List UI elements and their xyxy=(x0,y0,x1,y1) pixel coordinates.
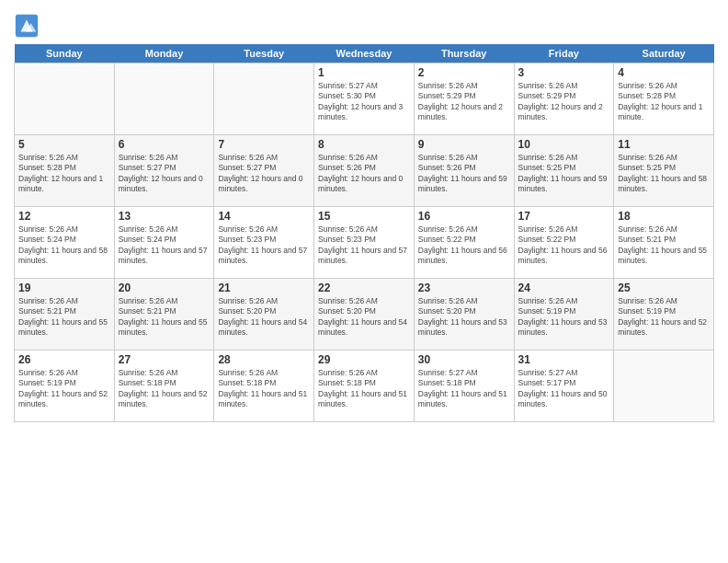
day-number: 19 xyxy=(18,282,110,294)
day-header-monday: Monday xyxy=(114,44,214,63)
day-info: Sunrise: 5:26 AM Sunset: 5:29 PM Dayligh… xyxy=(418,81,510,123)
day-info: Sunrise: 5:26 AM Sunset: 5:22 PM Dayligh… xyxy=(418,224,510,267)
calendar-cell: 20Sunrise: 5:26 AM Sunset: 5:21 PM Dayli… xyxy=(114,279,214,350)
calendar-week-1: 1Sunrise: 5:27 AM Sunset: 5:30 PM Daylig… xyxy=(15,63,714,135)
calendar-cell: 28Sunrise: 5:26 AM Sunset: 5:18 PM Dayli… xyxy=(214,350,314,422)
day-info: Sunrise: 5:26 AM Sunset: 5:25 PM Dayligh… xyxy=(518,153,610,195)
logo xyxy=(14,13,41,39)
day-number: 23 xyxy=(418,282,510,294)
calendar-cell: 25Sunrise: 5:26 AM Sunset: 5:19 PM Dayli… xyxy=(614,279,714,350)
day-number: 25 xyxy=(618,282,710,294)
day-number: 29 xyxy=(318,353,410,366)
day-info: Sunrise: 5:26 AM Sunset: 5:28 PM Dayligh… xyxy=(18,153,110,195)
day-info: Sunrise: 5:26 AM Sunset: 5:25 PM Dayligh… xyxy=(618,153,710,195)
calendar-week-2: 5Sunrise: 5:26 AM Sunset: 5:28 PM Daylig… xyxy=(15,135,714,207)
calendar-cell: 23Sunrise: 5:26 AM Sunset: 5:20 PM Dayli… xyxy=(414,279,514,350)
day-info: Sunrise: 5:26 AM Sunset: 5:27 PM Dayligh… xyxy=(119,153,210,195)
day-number: 12 xyxy=(18,210,110,223)
day-info: Sunrise: 5:26 AM Sunset: 5:23 PM Dayligh… xyxy=(218,224,310,267)
day-number: 20 xyxy=(119,282,210,294)
calendar-cell: 10Sunrise: 5:26 AM Sunset: 5:25 PM Dayli… xyxy=(514,135,614,207)
day-number: 10 xyxy=(518,138,610,151)
calendar-cell: 17Sunrise: 5:26 AM Sunset: 5:22 PM Dayli… xyxy=(514,207,614,279)
day-number: 26 xyxy=(18,353,110,366)
day-number: 3 xyxy=(518,66,610,79)
day-info: Sunrise: 5:26 AM Sunset: 5:20 PM Dayligh… xyxy=(418,296,510,339)
logo-icon xyxy=(14,13,40,39)
day-info: Sunrise: 5:26 AM Sunset: 5:19 PM Dayligh… xyxy=(18,368,110,410)
calendar-cell xyxy=(114,63,214,135)
calendar-cell: 29Sunrise: 5:26 AM Sunset: 5:18 PM Dayli… xyxy=(314,350,415,422)
calendar-cell xyxy=(614,350,714,422)
day-number: 9 xyxy=(418,138,510,151)
calendar-cell: 21Sunrise: 5:26 AM Sunset: 5:20 PM Dayli… xyxy=(214,279,314,350)
calendar-cell: 9Sunrise: 5:26 AM Sunset: 5:26 PM Daylig… xyxy=(414,135,514,207)
day-number: 11 xyxy=(618,138,710,151)
calendar-cell: 19Sunrise: 5:26 AM Sunset: 5:21 PM Dayli… xyxy=(15,279,115,350)
calendar-cell: 30Sunrise: 5:27 AM Sunset: 5:18 PM Dayli… xyxy=(414,350,514,422)
day-header-friday: Friday xyxy=(514,44,614,63)
calendar-cell: 4Sunrise: 5:26 AM Sunset: 5:28 PM Daylig… xyxy=(614,63,714,135)
calendar-cell: 14Sunrise: 5:26 AM Sunset: 5:23 PM Dayli… xyxy=(214,207,314,279)
calendar-cell: 3Sunrise: 5:26 AM Sunset: 5:29 PM Daylig… xyxy=(514,63,614,135)
day-number: 4 xyxy=(618,66,710,79)
day-info: Sunrise: 5:26 AM Sunset: 5:21 PM Dayligh… xyxy=(18,296,110,339)
calendar-cell: 2Sunrise: 5:26 AM Sunset: 5:29 PM Daylig… xyxy=(414,63,514,135)
day-info: Sunrise: 5:26 AM Sunset: 5:20 PM Dayligh… xyxy=(318,296,410,339)
day-info: Sunrise: 5:26 AM Sunset: 5:19 PM Dayligh… xyxy=(518,296,610,339)
day-info: Sunrise: 5:26 AM Sunset: 5:22 PM Dayligh… xyxy=(518,224,610,267)
day-info: Sunrise: 5:26 AM Sunset: 5:26 PM Dayligh… xyxy=(418,153,510,195)
day-number: 5 xyxy=(18,138,110,151)
day-number: 27 xyxy=(119,353,210,366)
day-info: Sunrise: 5:26 AM Sunset: 5:24 PM Dayligh… xyxy=(119,224,210,267)
calendar-cell: 27Sunrise: 5:26 AM Sunset: 5:18 PM Dayli… xyxy=(114,350,214,422)
calendar-cell: 15Sunrise: 5:26 AM Sunset: 5:23 PM Dayli… xyxy=(314,207,415,279)
day-info: Sunrise: 5:27 AM Sunset: 5:30 PM Dayligh… xyxy=(318,81,410,123)
calendar-week-5: 26Sunrise: 5:26 AM Sunset: 5:19 PM Dayli… xyxy=(15,350,714,422)
header-row: SundayMondayTuesdayWednesdayThursdayFrid… xyxy=(15,44,714,63)
day-info: Sunrise: 5:26 AM Sunset: 5:21 PM Dayligh… xyxy=(119,296,210,339)
day-number: 28 xyxy=(218,353,310,366)
day-info: Sunrise: 5:27 AM Sunset: 5:18 PM Dayligh… xyxy=(418,368,510,410)
calendar-cell: 6Sunrise: 5:26 AM Sunset: 5:27 PM Daylig… xyxy=(114,135,214,207)
day-info: Sunrise: 5:27 AM Sunset: 5:17 PM Dayligh… xyxy=(518,368,610,410)
day-info: Sunrise: 5:26 AM Sunset: 5:20 PM Dayligh… xyxy=(218,296,310,339)
day-info: Sunrise: 5:26 AM Sunset: 5:18 PM Dayligh… xyxy=(218,368,310,410)
calendar-cell: 16Sunrise: 5:26 AM Sunset: 5:22 PM Dayli… xyxy=(414,207,514,279)
day-info: Sunrise: 5:26 AM Sunset: 5:28 PM Dayligh… xyxy=(618,81,710,123)
day-number: 15 xyxy=(318,210,410,223)
calendar-cell: 5Sunrise: 5:26 AM Sunset: 5:28 PM Daylig… xyxy=(15,135,115,207)
day-number: 2 xyxy=(418,66,510,79)
day-number: 14 xyxy=(218,210,310,223)
calendar-week-4: 19Sunrise: 5:26 AM Sunset: 5:21 PM Dayli… xyxy=(15,279,714,350)
day-number: 7 xyxy=(218,138,310,151)
calendar-cell xyxy=(15,63,115,135)
calendar-cell: 22Sunrise: 5:26 AM Sunset: 5:20 PM Dayli… xyxy=(314,279,415,350)
calendar-cell xyxy=(214,63,314,135)
day-header-wednesday: Wednesday xyxy=(314,44,415,63)
day-info: Sunrise: 5:26 AM Sunset: 5:23 PM Dayligh… xyxy=(318,224,410,267)
calendar-cell: 31Sunrise: 5:27 AM Sunset: 5:17 PM Dayli… xyxy=(514,350,614,422)
day-info: Sunrise: 5:26 AM Sunset: 5:18 PM Dayligh… xyxy=(318,368,410,410)
day-header-saturday: Saturday xyxy=(614,44,714,63)
day-info: Sunrise: 5:26 AM Sunset: 5:19 PM Dayligh… xyxy=(618,296,710,339)
calendar-cell: 11Sunrise: 5:26 AM Sunset: 5:25 PM Dayli… xyxy=(614,135,714,207)
day-header-thursday: Thursday xyxy=(414,44,514,63)
day-header-sunday: Sunday xyxy=(15,44,115,63)
calendar-cell: 24Sunrise: 5:26 AM Sunset: 5:19 PM Dayli… xyxy=(514,279,614,350)
page-container: SundayMondayTuesdayWednesdayThursdayFrid… xyxy=(0,0,728,431)
calendar-cell: 1Sunrise: 5:27 AM Sunset: 5:30 PM Daylig… xyxy=(314,63,415,135)
day-info: Sunrise: 5:26 AM Sunset: 5:27 PM Dayligh… xyxy=(218,153,310,195)
calendar-cell: 26Sunrise: 5:26 AM Sunset: 5:19 PM Dayli… xyxy=(15,350,115,422)
calendar-cell: 8Sunrise: 5:26 AM Sunset: 5:26 PM Daylig… xyxy=(314,135,415,207)
day-info: Sunrise: 5:26 AM Sunset: 5:21 PM Dayligh… xyxy=(618,224,710,267)
day-info: Sunrise: 5:26 AM Sunset: 5:26 PM Dayligh… xyxy=(318,153,410,195)
day-info: Sunrise: 5:26 AM Sunset: 5:24 PM Dayligh… xyxy=(18,224,110,267)
day-info: Sunrise: 5:26 AM Sunset: 5:18 PM Dayligh… xyxy=(119,368,210,410)
day-number: 13 xyxy=(119,210,210,223)
day-number: 1 xyxy=(318,66,410,79)
calendar-cell: 18Sunrise: 5:26 AM Sunset: 5:21 PM Dayli… xyxy=(614,207,714,279)
day-number: 21 xyxy=(218,282,310,294)
day-number: 16 xyxy=(418,210,510,223)
day-number: 17 xyxy=(518,210,610,223)
